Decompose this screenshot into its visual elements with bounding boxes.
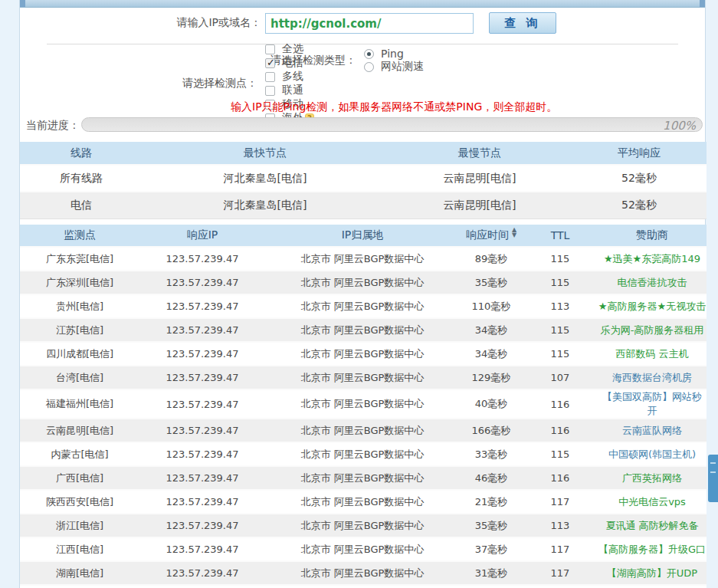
- summary-row: 所有线路河北秦皇岛[电信]云南昆明[电信]52毫秒: [20, 165, 707, 192]
- ip-cell: 123.57.239.47: [139, 537, 265, 561]
- ttl-cell: 117: [523, 537, 598, 561]
- floating-widget-tab[interactable]: [708, 455, 718, 502]
- sponsor-link[interactable]: 海西数据台湾机房: [612, 372, 692, 383]
- sponsor-link[interactable]: 【高防服务器】升级G口: [598, 544, 706, 555]
- ttl-cell: 115: [523, 318, 598, 342]
- sponsor-link[interactable]: ★迅美★东莞高防149: [604, 253, 700, 264]
- radio-option-Ping[interactable]: Ping: [364, 48, 424, 60]
- ttl-cell: 113: [523, 514, 598, 537]
- progress-label: 当前进度：: [26, 119, 80, 133]
- node-cell: 江苏[电信]: [20, 318, 139, 342]
- checkbox-option-电信[interactable]: 电信: [265, 56, 314, 70]
- sponsor-link[interactable]: 西部数码 云主机: [615, 348, 688, 360]
- ip-cell: 123.57.239.47: [139, 466, 265, 490]
- form-divider: [47, 44, 678, 44]
- checkbox-option-全选[interactable]: 全选: [265, 42, 314, 56]
- sponsor-link[interactable]: 夏讯通 高防秒解免备: [605, 520, 698, 531]
- location-cell: 北京市 阿里云BGP数据中心: [265, 318, 460, 342]
- node-cell: 湖南[电信]: [20, 561, 139, 585]
- ttl-cell: 107: [523, 366, 598, 389]
- sort-icon[interactable]: ▲▼: [512, 230, 516, 241]
- radio-option-网站测速[interactable]: 网站测速: [364, 60, 424, 74]
- sponsor-link[interactable]: 乐为网-高防服务器租用: [601, 324, 704, 336]
- sponsor-link[interactable]: 【湖南高防】开UDP: [607, 567, 697, 579]
- page: { "colors": { "url_green": "#2e9e4f", "a…: [0, 0, 718, 588]
- ttl-cell: 115: [523, 271, 598, 294]
- progress-bar: 100%: [81, 117, 703, 132]
- column-header-4[interactable]: 响应时间▲▼: [460, 225, 523, 247]
- radio-icon[interactable]: [364, 62, 374, 72]
- location-cell: 北京市 阿里云BGP数据中心: [265, 247, 460, 271]
- time-cell: 35毫秒: [460, 514, 523, 537]
- ip-cell: 123.57.239.47: [139, 442, 265, 466]
- detail-row: 陕西西安[电信]123.57.239.47北京市 阿里云BGP数据中心21毫秒1…: [20, 490, 707, 514]
- sponsor-link[interactable]: 云南蓝队网络: [622, 425, 682, 436]
- node-cell: 广西[电信]: [20, 466, 139, 490]
- detail-row: 浙江[电信]123.57.239.47北京市 阿里云BGP数据中心35毫秒113…: [20, 514, 707, 537]
- location-cell: 北京市 阿里云BGP数据中心: [265, 419, 460, 442]
- option-label: 电信: [282, 56, 303, 70]
- node-cell: 台湾[电信]: [20, 366, 139, 389]
- query-button[interactable]: 查 询: [489, 12, 556, 34]
- node-cell: 江西[电信]: [20, 537, 139, 561]
- sponsor-cell: 西部数码 云主机: [598, 342, 707, 366]
- ttl-cell: 115: [523, 247, 598, 271]
- ip-cell: 123.57.239.47: [139, 585, 265, 588]
- sponsor-cell: 云南蓝队网络: [598, 419, 707, 442]
- location-cell: 北京市 阿里云BGP数据中心: [265, 514, 460, 537]
- ttl-cell: 116: [523, 389, 598, 419]
- location-cell: 北京市 阿里云BGP数据中心: [265, 490, 460, 514]
- node-cell: 广东深圳[电信]: [20, 271, 139, 294]
- radio-icon[interactable]: [364, 49, 374, 59]
- ip-cell: 123.57.239.47: [139, 294, 265, 318]
- check-node-label: 请选择检测点：: [182, 77, 257, 90]
- ttl-cell: 117: [523, 490, 598, 514]
- column-header-6: 赞助商: [598, 225, 707, 247]
- url-input[interactable]: [265, 13, 474, 34]
- query-form: 请输入IP或域名： 查 询: [20, 12, 705, 35]
- ip-cell: 123.57.239.47: [139, 514, 265, 537]
- detail-row: 江西[电信]123.57.239.47北京市 阿里云BGP数据中心37毫秒117…: [20, 537, 707, 561]
- sponsor-link[interactable]: ★高防服务器★无视攻击: [598, 301, 706, 312]
- time-cell: 21毫秒: [460, 490, 523, 514]
- detail-row: 湖南[电信]123.57.239.47北京市 阿里云BGP数据中心31毫秒117…: [20, 561, 707, 585]
- node-cell: 陕西西安[电信]: [20, 490, 139, 514]
- sponsor-link[interactable]: 电信香港抗攻击: [618, 277, 687, 288]
- sponsor-link[interactable]: 【美国双高防】网站秒开: [602, 391, 702, 416]
- checkbox-icon[interactable]: [265, 86, 275, 96]
- checkbox-icon[interactable]: [265, 44, 275, 54]
- sponsor-cell: 【湖南高防】开UDP: [598, 561, 707, 585]
- check-node-selector: 请选择检测点： 全选电信多线联通移动海外?: [182, 76, 331, 91]
- time-cell: 40毫秒: [460, 389, 523, 419]
- detail-row: 福建福州[电信]123.57.239.47北京市 阿里云BGP数据中心40毫秒1…: [20, 389, 707, 419]
- checkbox-option-联通[interactable]: 联通: [265, 84, 314, 97]
- column-header-2: 响应IP: [139, 225, 265, 247]
- sponsor-cell: ★迅美★东莞高防149: [598, 247, 707, 271]
- sponsor-link[interactable]: 中光电信云vps: [618, 496, 686, 508]
- sponsor-link[interactable]: 广西英拓网络: [622, 472, 682, 484]
- sponsor-cell: 广西英拓网络: [598, 466, 707, 490]
- time-cell: 34毫秒: [460, 342, 523, 366]
- location-cell: 北京市 阿里云BGP数据中心: [265, 537, 460, 561]
- sponsor-link[interactable]: 中国硕网(韩国主机): [608, 448, 696, 460]
- checkbox-option-多线[interactable]: 多线: [265, 70, 314, 84]
- checkbox-icon[interactable]: [265, 58, 275, 68]
- ip-cell: 123.57.239.47: [139, 318, 265, 342]
- time-cell: 34毫秒: [460, 318, 523, 342]
- location-cell: 北京市 阿里云BGP数据中心: [265, 561, 460, 585]
- sponsor-cell: 海西数据台湾机房: [598, 366, 707, 389]
- time-cell: 129毫秒: [460, 366, 523, 389]
- time-cell: 33毫秒: [460, 442, 523, 466]
- detail-row: 广东东莞[电信]123.57.239.47北京市 阿里云BGP数据中心89毫秒1…: [20, 247, 707, 271]
- detail-table: 监测点响应IPIP归属地响应时间▲▼TTL赞助商 广东东莞[电信]123.57.…: [20, 225, 707, 588]
- detail-row: 广东深圳[电信]123.57.239.47北京市 阿里云BGP数据中心35毫秒1…: [20, 271, 707, 294]
- ip-cell: 123.57.239.47: [139, 419, 265, 442]
- ttl-cell: 115: [523, 342, 598, 366]
- node-cell: 贵州[电信]: [20, 294, 139, 318]
- ip-cell: 123.57.239.47: [139, 247, 265, 271]
- sponsor-cell: ★高防服务器★无视攻击: [598, 294, 707, 318]
- detail-row: 内蒙古[电信]123.57.239.47北京市 阿里云BGP数据中心33毫秒11…: [20, 442, 707, 466]
- sponsor-cell: 【高防服务器】升级G口: [598, 537, 707, 561]
- checkbox-icon[interactable]: [265, 72, 275, 82]
- sponsor-cell: 乐为网-高防服务器租用: [598, 318, 707, 342]
